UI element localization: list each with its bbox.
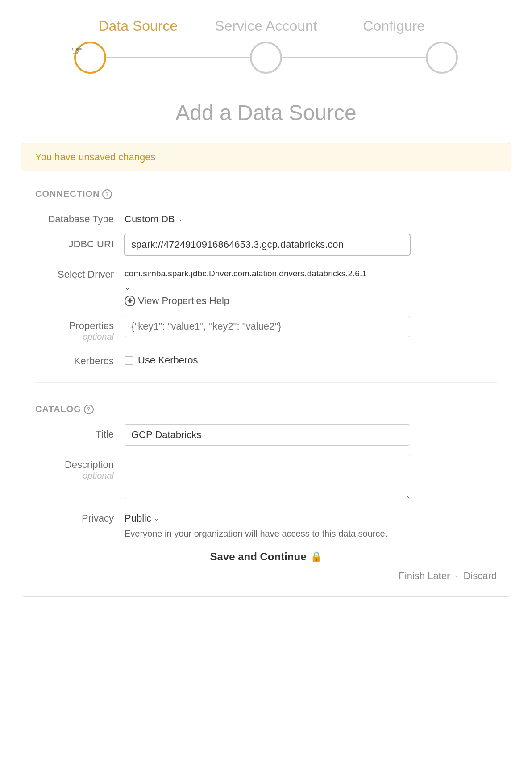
kerberos-checkbox[interactable] <box>125 356 133 365</box>
unsaved-changes-banner: You have unsaved changes <box>21 143 511 171</box>
discard-link[interactable]: Discard <box>463 570 497 582</box>
privacy-row: Privacy Public ⌄ Everyone in your organi… <box>21 504 511 543</box>
properties-input[interactable] <box>125 316 410 337</box>
select-driver-row: Select Driver com.simba.spark.jdbc.Drive… <box>21 260 511 311</box>
connection-label-text: CONNECTION <box>35 189 100 199</box>
info-icon: ✚ <box>125 296 135 306</box>
title-value <box>125 424 497 446</box>
select-driver-value: com.simba.spark.jdbc.Driver.com.alation.… <box>125 264 497 307</box>
section-divider <box>35 382 497 383</box>
database-type-value: Custom DB ⌄ <box>125 209 497 225</box>
jdbc-uri-row: JDBC URI <box>21 229 511 260</box>
stepper-labels: Data Source Service Account Configure <box>74 18 458 34</box>
description-value <box>125 455 497 499</box>
title-input[interactable] <box>125 424 410 446</box>
jdbc-uri-input[interactable] <box>125 234 410 255</box>
kerberos-value: Use Kerberos <box>125 351 497 366</box>
step-circle-3[interactable] <box>426 42 458 74</box>
step-label-service-account[interactable]: Service Account <box>202 18 330 34</box>
separator: · <box>455 570 458 582</box>
properties-row: Properties optional <box>21 311 511 346</box>
properties-optional-text: optional <box>35 332 114 342</box>
stepper-track: ☞ <box>74 42 458 74</box>
catalog-section-label: CATALOG ? <box>21 393 511 420</box>
title-row: Title <box>21 420 511 450</box>
description-input[interactable] <box>125 455 410 499</box>
jdbc-uri-label: JDBC URI <box>35 234 125 250</box>
step-label-configure[interactable]: Configure <box>330 18 458 34</box>
privacy-dropdown[interactable]: Public ⌄ <box>125 508 497 524</box>
description-row: Description optional <box>21 450 511 504</box>
privacy-description: Everyone in your organization will have … <box>125 529 401 539</box>
database-type-dropdown[interactable]: Custom DB ⌄ <box>125 209 497 225</box>
jdbc-uri-value <box>125 234 497 255</box>
privacy-text: Public <box>125 513 151 524</box>
kerberos-row: Kerberos Use Kerberos <box>21 346 511 371</box>
properties-label-text: Properties <box>69 320 114 331</box>
save-continue-button[interactable]: Save and Continue 🔒 <box>210 551 322 563</box>
view-properties-text: View Properties Help <box>138 295 229 307</box>
step-circle-1[interactable]: ☞ <box>74 42 106 74</box>
description-optional-text: optional <box>35 471 114 481</box>
database-type-arrow-icon: ⌄ <box>177 216 183 223</box>
select-driver-label: Select Driver <box>35 264 125 280</box>
connection-help-icon[interactable]: ? <box>102 189 112 199</box>
connection-section-label: CONNECTION ? <box>21 178 511 204</box>
save-row: Save and Continue 🔒 <box>21 543 511 567</box>
stepper-line-1 <box>106 57 250 58</box>
save-label: Save and Continue <box>210 551 306 563</box>
view-properties-link[interactable]: ✚ View Properties Help <box>125 295 497 307</box>
database-type-label: Database Type <box>35 209 125 225</box>
driver-text: com.simba.spark.jdbc.Driver.com.alation.… <box>125 264 437 279</box>
stepper-line-2 <box>282 57 426 58</box>
driver-chevron-icon: ⌄ <box>125 283 497 292</box>
step-label-data-source[interactable]: Data Source <box>74 18 202 34</box>
privacy-arrow-icon: ⌄ <box>154 515 159 522</box>
bottom-actions: Finish Later · Discard <box>21 567 511 582</box>
privacy-label: Privacy <box>35 508 125 524</box>
cursor-hand-icon: ☞ <box>71 43 83 58</box>
title-label: Title <box>35 424 125 440</box>
catalog-help-icon[interactable]: ? <box>84 405 94 414</box>
catalog-label-text: CATALOG <box>35 404 81 414</box>
privacy-value: Public ⌄ Everyone in your organization w… <box>125 508 497 539</box>
page-title: Add a Data Source <box>0 100 532 125</box>
lock-icon: 🔒 <box>310 551 322 563</box>
properties-value <box>125 316 497 337</box>
properties-label: Properties optional <box>35 316 125 342</box>
finish-later-link[interactable]: Finish Later <box>399 570 450 582</box>
kerberos-checkbox-label[interactable]: Use Kerberos <box>125 351 497 366</box>
kerberos-checkbox-text: Use Kerberos <box>138 355 198 366</box>
stepper: Data Source Service Account Configure ☞ <box>0 0 532 83</box>
main-card: You have unsaved changes CONNECTION ? Da… <box>21 143 511 597</box>
kerberos-label: Kerberos <box>35 351 125 367</box>
description-label-text: Description <box>65 459 114 470</box>
database-type-text: Custom DB <box>125 213 175 225</box>
description-label: Description optional <box>35 455 125 481</box>
database-type-row: Database Type Custom DB ⌄ <box>21 204 511 229</box>
step-circle-2[interactable] <box>250 42 282 74</box>
